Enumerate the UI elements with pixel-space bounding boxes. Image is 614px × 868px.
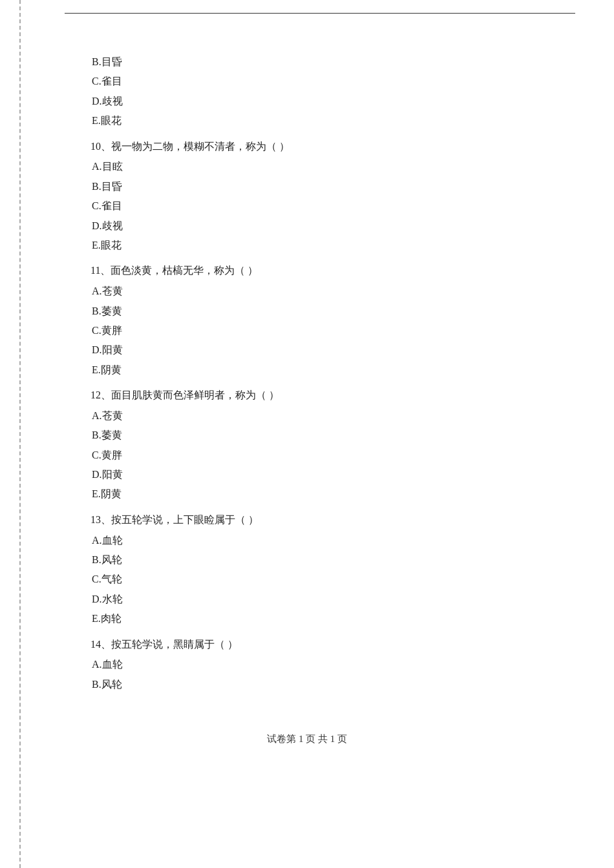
q12-option-e: E.阴黄 — [92, 484, 575, 504]
q13-option-d: D.水轮 — [92, 590, 575, 609]
q14-option-b: B.风轮 — [92, 675, 575, 694]
q12-option-d: D.阳黄 — [92, 465, 575, 484]
q13-option-c: C.气轮 — [92, 570, 575, 589]
question-13: 13、按五轮学说，上下眼睑属于（ ） A.血轮 B.风轮 C.气轮 D.水轮 E… — [90, 511, 575, 629]
question-10: 10、视一物为二物，模糊不清者，称为（ ） A.目眩 B.目昏 C.雀目 D.歧… — [90, 138, 575, 256]
page-footer: 试卷第 1 页 共 1 页 — [39, 733, 575, 745]
top-border-line — [65, 13, 575, 14]
question-11-title: 11、面色淡黄，枯槁无华，称为（ ） — [90, 262, 575, 280]
initial-option-c: C.雀目 — [92, 72, 575, 91]
q11-option-c: C.黄胖 — [92, 321, 575, 340]
q13-option-a: A.血轮 — [92, 531, 575, 550]
page-footer-text: 试卷第 1 页 共 1 页 — [267, 734, 347, 744]
q11-option-e: E.阴黄 — [92, 360, 575, 380]
q11-option-b: B.萎黄 — [92, 302, 575, 321]
question-10-title: 10、视一物为二物，模糊不清者，称为（ ） — [90, 138, 575, 156]
initial-option-d: D.歧视 — [92, 92, 575, 111]
q11-option-d: D.阳黄 — [92, 340, 575, 360]
initial-options-group: B.目昏 C.雀目 D.歧视 E.眼花 — [90, 52, 575, 131]
dashed-margin-line — [19, 0, 21, 868]
question-11: 11、面色淡黄，枯槁无华，称为（ ） A.苍黄 B.萎黄 C.黄胖 D.阳黄 E… — [90, 262, 575, 380]
initial-option-b: B.目昏 — [92, 52, 575, 72]
q12-option-b: B.萎黄 — [92, 426, 575, 445]
q12-option-a: A.苍黄 — [92, 406, 575, 426]
question-12-title: 12、面目肌肤黄而色泽鲜明者，称为（ ） — [90, 386, 575, 405]
q10-option-a: A.目眩 — [92, 157, 575, 176]
content-area: B.目昏 C.雀目 D.歧视 E.眼花 10、视一物为二物，模糊不清者，称为（ … — [39, 52, 575, 694]
q10-option-d: D.歧视 — [92, 216, 575, 236]
q10-option-c: C.雀目 — [92, 196, 575, 216]
question-14-title: 14、按五轮学说，黑睛属于（ ） — [90, 636, 575, 654]
q14-option-a: A.血轮 — [92, 655, 575, 674]
q12-option-c: C.黄胖 — [92, 446, 575, 465]
q13-option-b: B.风轮 — [92, 550, 575, 570]
question-14: 14、按五轮学说，黑睛属于（ ） A.血轮 B.风轮 — [90, 636, 575, 695]
q11-option-a: A.苍黄 — [92, 282, 575, 301]
q13-option-e: E.肉轮 — [92, 609, 575, 628]
page-container: B.目昏 C.雀目 D.歧视 E.眼花 10、视一物为二物，模糊不清者，称为（ … — [0, 0, 614, 868]
initial-option-e: E.眼花 — [92, 111, 575, 130]
q10-option-b: B.目昏 — [92, 177, 575, 196]
q10-option-e: E.眼花 — [92, 236, 575, 255]
question-13-title: 13、按五轮学说，上下眼睑属于（ ） — [90, 511, 575, 530]
question-12: 12、面目肌肤黄而色泽鲜明者，称为（ ） A.苍黄 B.萎黄 C.黄胖 D.阳黄… — [90, 386, 575, 504]
